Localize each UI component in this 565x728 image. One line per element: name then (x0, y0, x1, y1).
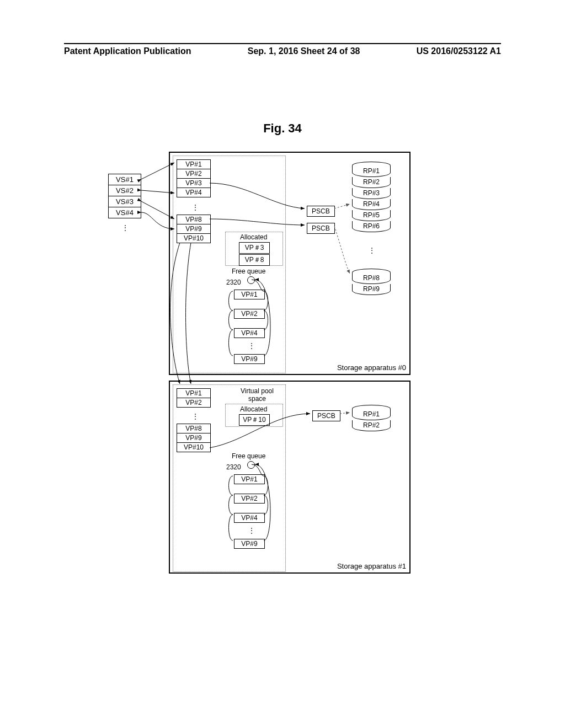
vp-ellipsis-1: ⋮ (192, 414, 199, 419)
apparatus-label-0: Storage apparatus #0 (337, 363, 406, 372)
vp-item: VP#1 (177, 160, 210, 169)
allocated-item: VP＃8 (239, 254, 270, 266)
free-queue-item: VP#9 (234, 539, 265, 549)
free-queue-item: VP#4 (234, 328, 265, 338)
virtual-pool-label-1: Virtual pool space (235, 387, 279, 403)
free-queue-item: VP#9 (234, 354, 265, 364)
vs-item: VS#3 (109, 196, 141, 207)
allocated-item: VP＃3 (239, 242, 270, 254)
pscb-0a: PSCB (307, 206, 335, 217)
vp-item: VP#9 (177, 224, 210, 234)
vp-item: VP#10 (177, 443, 210, 452)
rp-item: RP#8 (352, 273, 391, 284)
vp-item: VP#3 (177, 179, 210, 188)
header-rule (64, 43, 501, 44)
pscb-1: PSCB (312, 410, 340, 421)
vp-item: VP#1 (177, 389, 210, 398)
figure-title: Fig. 34 (0, 121, 565, 136)
storage-apparatus-1: Virtual pool space VP#1 VP#2 ⋮ VP#8 VP#9… (169, 381, 411, 574)
free-queue-label-1: Free queue (232, 452, 265, 460)
allocated-box-0: Allocated VP＃3 VP＃8 (225, 232, 283, 266)
free-queue-item: VP#2 (234, 494, 265, 504)
free-queue-ellipsis-0: ⋮ (248, 343, 255, 349)
header-text-row: Patent Application Publication Sep. 1, 2… (64, 46, 501, 56)
rp-item: RP#2 (352, 420, 391, 431)
vp-column-1: VP#1 VP#2 (177, 388, 211, 408)
vp-column-0b: VP#8 VP#9 VP#10 (177, 215, 211, 243)
vp-item: VP#8 (177, 424, 210, 433)
apparatus-label-1: Storage apparatus #1 (337, 562, 406, 570)
rp-item: RP#1 (352, 409, 391, 420)
vs-item: VS#2 (109, 185, 141, 196)
vp-column-0: VP#1 VP#2 VP#3 VP#4 (177, 159, 211, 197)
header-center: Sep. 1, 2016 Sheet 24 of 38 (248, 46, 360, 56)
free-queue-item: VP#4 (234, 513, 265, 523)
pscb-0b: PSCB (307, 223, 335, 234)
storage-apparatus-0: VP#1 VP#2 VP#3 VP#4 ⋮ VP#8 VP#9 VP#10 Al… (169, 152, 411, 375)
header-left: Patent Application Publication (64, 46, 191, 56)
free-queue-item: VP#1 (234, 290, 265, 299)
rp-item: RP#5 (352, 210, 391, 221)
header-right: US 2016/0253122 A1 (417, 46, 501, 56)
free-queue-head-0 (247, 276, 255, 284)
ref-2320-0: 2320 (226, 279, 241, 286)
vp-ellipsis-0a: ⋮ (192, 205, 199, 210)
rp-item: RP#3 (352, 188, 391, 199)
vp-item: VP#9 (177, 433, 210, 443)
vp-item: VP#10 (177, 234, 210, 243)
allocated-label-0: Allocated (240, 233, 267, 241)
vp-item: VP#2 (177, 169, 210, 179)
free-queue-ellipsis-1: ⋮ (248, 528, 255, 533)
vs-item: VS#4 (109, 207, 141, 218)
rp-item: RP#4 (352, 199, 391, 210)
free-queue-item: VP#1 (234, 474, 265, 484)
vp-item: VP#2 (177, 398, 210, 407)
vp-column-1b: VP#8 VP#9 VP#10 (177, 424, 211, 452)
free-queue-label-0: Free queue (232, 267, 265, 275)
page-root: Patent Application Publication Sep. 1, 2… (0, 0, 565, 728)
rp-item: RP#9 (352, 284, 391, 295)
vs-column: VS#1 VS#2 VS#3 VS#4 (108, 174, 141, 218)
header: Patent Application Publication Sep. 1, 2… (0, 43, 565, 56)
free-queue-item: VP#2 (234, 309, 265, 319)
free-queue-head-1 (247, 461, 255, 469)
allocated-label-1: Allocated (240, 405, 267, 413)
rp-item: RP#2 (352, 177, 391, 188)
diagram-canvas: VS#1 VS#2 VS#3 VS#4 ⋮ VP#1 VP#2 VP#3 VP#… (64, 149, 501, 585)
vs-ellipsis: ⋮ (122, 225, 129, 231)
rp-ellipsis-0: ⋮ (369, 248, 375, 253)
vp-item: VP#4 (177, 188, 210, 197)
ref-2320-1: 2320 (226, 463, 241, 471)
rp-item: RP#1 (352, 166, 391, 177)
rp-item: RP#6 (352, 221, 391, 232)
allocated-item: VP＃10 (239, 414, 270, 426)
vp-item: VP#8 (177, 215, 210, 224)
allocated-box-1: Allocated VP＃10 (225, 404, 283, 427)
vs-item: VS#1 (109, 174, 141, 185)
